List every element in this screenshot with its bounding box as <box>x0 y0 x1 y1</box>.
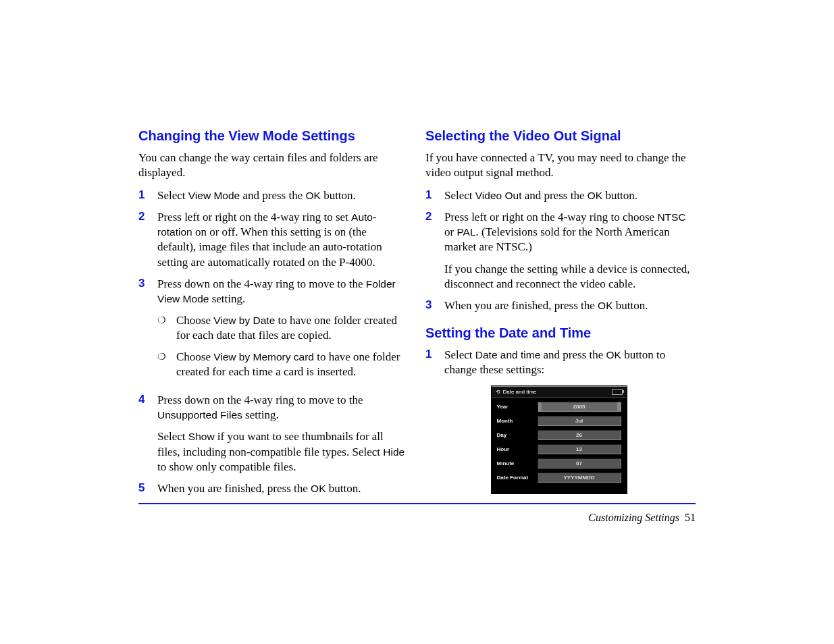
label-day: Day <box>497 432 538 438</box>
footer: Customizing Settings 51 <box>588 512 696 524</box>
label-hour: Hour <box>497 446 538 452</box>
steps-view-mode: 1 Select View Mode and press the OK butt… <box>138 188 405 496</box>
dstep-1: 1 Select Date and time and press the OK … <box>425 348 692 377</box>
field-month[interactable]: Jul <box>538 416 621 426</box>
bullet-text: Choose View by Date to have one folder c… <box>176 313 405 343</box>
field-minute[interactable]: 07 <box>538 458 621 468</box>
bullet-text: Choose View by Memory card to have one f… <box>176 350 405 379</box>
footer-section: Customizing Settings <box>588 512 679 523</box>
steps-date-time: 1 Select Date and time and press the OK … <box>425 348 692 377</box>
vstep-2: 2 Press left or right on the 4-way ring … <box>425 210 692 291</box>
step-5: 5 When you are finished, press the OK bu… <box>138 481 405 496</box>
field-year[interactable]: 2005 <box>538 402 621 412</box>
label-minute: Minute <box>497 460 538 466</box>
row-year: Year 2005 <box>497 402 621 412</box>
heading-video-out: Selecting the Video Out Signal <box>425 128 692 144</box>
heading-view-mode: Changing the View Mode Settings <box>138 128 405 144</box>
row-day: Day 26 <box>497 430 621 440</box>
back-icon: ⟲ <box>496 389 500 395</box>
steps-video-out: 1 Select Video Out and press the OK butt… <box>425 188 692 313</box>
intro-view-mode: You can change the way certain files and… <box>138 151 405 180</box>
intro-video-out: If you have connected a TV, you may need… <box>425 151 692 180</box>
step-number: 3 <box>138 277 157 290</box>
bullet-1: ❍ Choose View by Date to have one folder… <box>157 313 405 343</box>
step-1: 1 Select View Mode and press the OK butt… <box>138 188 405 203</box>
bullet-icon: ❍ <box>157 350 176 364</box>
step-2: 2 Press left or right on the 4-way ring … <box>138 210 405 269</box>
step-body: Select View Mode and press the OK button… <box>157 188 405 203</box>
panel-titlebar: ⟲ Date and time <box>492 386 627 398</box>
sub-bullets: ❍ Choose View by Date to have one folder… <box>157 313 405 379</box>
field-date-format[interactable]: YYYYMMDD <box>538 473 621 483</box>
row-date-format: Date Format YYYYMMDD <box>497 473 621 483</box>
bullet-icon: ❍ <box>157 313 176 327</box>
battery-icon <box>612 389 623 395</box>
step-body: Select Video Out and press the OK button… <box>444 188 692 203</box>
step-body: Press left or right on the 4-way ring to… <box>157 210 405 269</box>
step-number: 1 <box>425 348 444 361</box>
field-day[interactable]: 26 <box>538 430 621 440</box>
label-month: Month <box>497 418 538 424</box>
footer-rule <box>138 503 696 504</box>
label-year: Year <box>497 404 538 410</box>
row-month: Month Jul <box>497 416 621 426</box>
step-number: 3 <box>425 298 444 312</box>
step-body: Press left or right on the 4-way ring to… <box>444 210 692 291</box>
heading-date-time: Setting the Date and Time <box>425 325 692 341</box>
bullet-2: ❍ Choose View by Memory card to have one… <box>157 350 405 379</box>
field-hour[interactable]: 13 <box>538 444 621 454</box>
step-body: When you are finished, press the OK butt… <box>444 298 692 313</box>
step-body: Press down on the 4-way ring to move to … <box>157 277 405 387</box>
step-number: 4 <box>138 393 157 406</box>
left-column: Changing the View Mode Settings You can … <box>138 128 405 503</box>
label-date-format: Date Format <box>497 475 538 481</box>
step-number: 2 <box>138 210 157 223</box>
step-body: Select Date and time and press the OK bu… <box>444 348 692 377</box>
vstep-2-note: If you change the setting while a device… <box>444 262 692 292</box>
panel-title: Date and time <box>503 389 537 395</box>
page-number: 51 <box>685 512 696 523</box>
step-4: 4 Press down on the 4-way ring to move t… <box>138 393 405 474</box>
date-time-panel: ⟲ Date and time Year 2005 Month Jul Day … <box>491 385 627 494</box>
step-4-para: Select Show if you want to see thumbnail… <box>157 429 405 474</box>
step-number: 1 <box>425 188 444 202</box>
step-body: Press down on the 4-way ring to move to … <box>157 393 405 474</box>
page: Changing the View Mode Settings You can … <box>0 0 834 503</box>
vstep-1: 1 Select Video Out and press the OK butt… <box>425 188 692 203</box>
vstep-3: 3 When you are finished, press the OK bu… <box>425 298 692 313</box>
row-minute: Minute 07 <box>497 458 621 468</box>
step-number: 1 <box>138 188 157 202</box>
row-hour: Hour 13 <box>497 444 621 454</box>
step-body: When you are finished, press the OK butt… <box>157 481 405 496</box>
step-number: 5 <box>138 481 157 495</box>
step-3: 3 Press down on the 4-way ring to move t… <box>138 277 405 387</box>
right-column: Selecting the Video Out Signal If you ha… <box>425 128 692 503</box>
step-number: 2 <box>425 210 444 223</box>
panel-rows: Year 2005 Month Jul Day 26 Hour 13 Minut… <box>492 398 627 493</box>
